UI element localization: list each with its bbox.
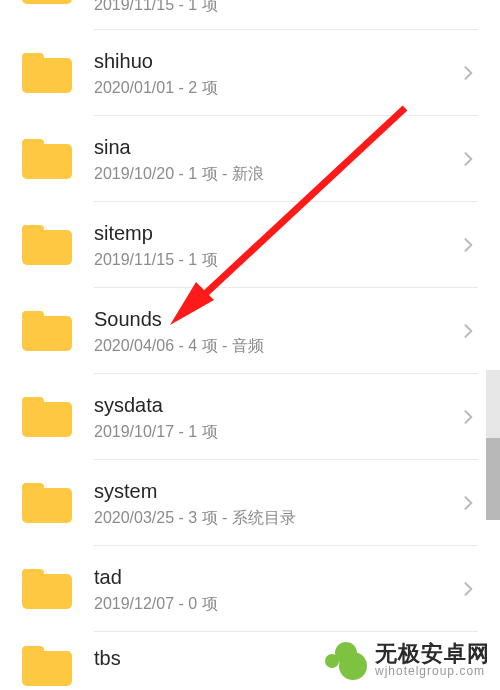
folder-name: sysdata <box>94 393 448 417</box>
folder-meta: sina2019/10/20 - 1 项 - 新浪 <box>94 135 448 184</box>
folder-subtitle: 2019/12/07 - 0 项 <box>94 594 448 614</box>
folder-icon <box>22 311 72 351</box>
folder-subtitle: 2019/10/20 - 1 项 - 新浪 <box>94 164 448 184</box>
folder-icon <box>22 0 72 4</box>
folder-subtitle: 2019/11/15 - 1 项 <box>94 250 448 270</box>
folder-icon <box>22 53 72 93</box>
folder-subtitle: 2020/04/06 - 4 项 - 音频 <box>94 336 448 356</box>
folder-name: sina <box>94 135 448 159</box>
folder-icon <box>22 397 72 437</box>
folder-name: sitemp <box>94 221 448 245</box>
folder-name: Sounds <box>94 307 448 331</box>
folder-list: 2019/11/15 - 1 项shihuo2020/01/01 - 2 项si… <box>0 0 500 688</box>
folder-name: shihuo <box>94 49 448 73</box>
folder-meta: 2019/11/15 - 1 项 <box>94 0 478 15</box>
watermark: 无极安卓网 wjhotelgroup.com <box>323 638 490 682</box>
chevron-right-icon <box>458 407 478 427</box>
chevron-right-icon <box>458 321 478 341</box>
folder-icon <box>22 225 72 265</box>
chevron-right-icon <box>458 149 478 169</box>
folder-row[interactable]: Sounds2020/04/06 - 4 项 - 音频 <box>0 288 500 374</box>
folder-meta: Sounds2020/04/06 - 4 项 - 音频 <box>94 307 448 356</box>
folder-row[interactable]: tad2019/12/07 - 0 项 <box>0 546 500 632</box>
folder-icon <box>22 646 72 686</box>
folder-row[interactable]: 2019/11/15 - 1 项 <box>0 0 500 30</box>
watermark-logo <box>323 638 367 682</box>
folder-meta: tad2019/12/07 - 0 项 <box>94 565 448 614</box>
folder-subtitle: 2019/10/17 - 1 项 <box>94 422 448 442</box>
folder-row[interactable]: sina2019/10/20 - 1 项 - 新浪 <box>0 116 500 202</box>
folder-icon <box>22 569 72 609</box>
folder-meta: shihuo2020/01/01 - 2 项 <box>94 49 448 98</box>
folder-meta: system2020/03/25 - 3 项 - 系统目录 <box>94 479 448 528</box>
folder-row[interactable]: shihuo2020/01/01 - 2 项 <box>0 30 500 116</box>
folder-row[interactable]: system2020/03/25 - 3 项 - 系统目录 <box>0 460 500 546</box>
folder-row[interactable]: sitemp2019/11/15 - 1 项 <box>0 202 500 288</box>
folder-name: tad <box>94 565 448 589</box>
folder-meta: sitemp2019/11/15 - 1 项 <box>94 221 448 270</box>
chevron-right-icon <box>458 235 478 255</box>
scrollbar-thumb[interactable] <box>486 438 500 520</box>
folder-name: system <box>94 479 448 503</box>
folder-subtitle: 2020/03/25 - 3 项 - 系统目录 <box>94 508 448 528</box>
folder-meta: sysdata2019/10/17 - 1 项 <box>94 393 448 442</box>
folder-subtitle: 2019/11/15 - 1 项 <box>94 0 478 15</box>
chevron-right-icon <box>458 63 478 83</box>
chevron-right-icon <box>458 493 478 513</box>
folder-icon <box>22 483 72 523</box>
folder-icon <box>22 139 72 179</box>
watermark-title: 无极安卓网 <box>375 642 490 665</box>
chevron-right-icon <box>458 579 478 599</box>
folder-subtitle: 2020/01/01 - 2 项 <box>94 78 448 98</box>
folder-row[interactable]: sysdata2019/10/17 - 1 项 <box>0 374 500 460</box>
watermark-url: wjhotelgroup.com <box>375 665 490 678</box>
